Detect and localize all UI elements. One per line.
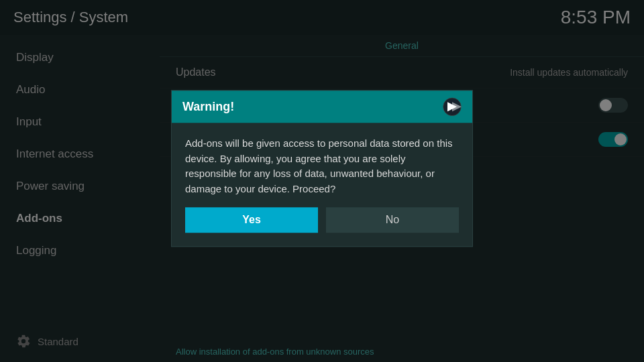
dialog-title: Warning! — [182, 100, 234, 114]
warning-dialog: Warning! Add-ons will be given access to… — [171, 90, 473, 247]
dialog-yes-button[interactable]: Yes — [185, 207, 318, 233]
dialog-header: Warning! — [172, 90, 472, 123]
dialog-no-button[interactable]: No — [326, 207, 459, 233]
kodi-logo-icon — [443, 97, 462, 116]
dialog-body: Add-ons will be given access to personal… — [172, 123, 472, 207]
dialog-buttons: Yes No — [172, 207, 472, 246]
